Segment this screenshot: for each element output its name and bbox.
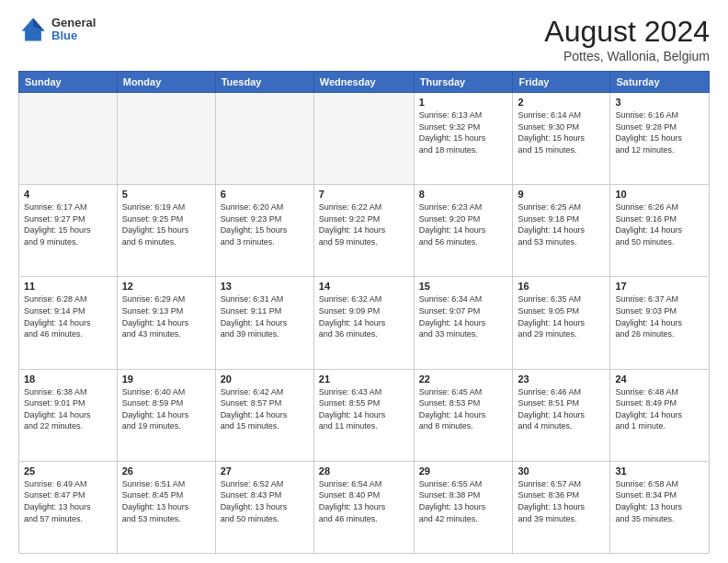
day-number: 29	[419, 465, 508, 477]
day-number: 10	[615, 189, 704, 200]
day-number: 4	[24, 189, 112, 200]
logo: General Blue	[18, 15, 96, 44]
day-number: 17	[615, 281, 704, 292]
day-number: 27	[221, 465, 309, 477]
day-number: 14	[319, 281, 409, 292]
calendar-cell: 2Sunrise: 6:14 AM Sunset: 9:30 PM Daylig…	[513, 93, 610, 185]
calendar-cell: 5Sunrise: 6:19 AM Sunset: 9:25 PM Daylig…	[117, 185, 215, 277]
day-info: Sunrise: 6:54 AM Sunset: 8:40 PM Dayligh…	[319, 478, 409, 524]
week-row-2: 4Sunrise: 6:17 AM Sunset: 9:27 PM Daylig…	[19, 185, 710, 277]
calendar-cell: 16Sunrise: 6:35 AM Sunset: 9:05 PM Dayli…	[513, 277, 610, 369]
day-info: Sunrise: 6:13 AM Sunset: 9:32 PM Dayligh…	[419, 109, 508, 155]
day-info: Sunrise: 6:37 AM Sunset: 9:03 PM Dayligh…	[615, 293, 704, 339]
day-number: 21	[319, 373, 409, 385]
weekday-header-row: SundayMondayTuesdayWednesdayThursdayFrid…	[19, 72, 710, 93]
calendar-cell: 11Sunrise: 6:28 AM Sunset: 9:14 PM Dayli…	[19, 277, 118, 369]
day-number: 3	[615, 97, 704, 108]
calendar-cell: 29Sunrise: 6:55 AM Sunset: 8:38 PM Dayli…	[414, 461, 513, 553]
day-info: Sunrise: 6:43 AM Sunset: 8:55 PM Dayligh…	[319, 386, 409, 432]
day-info: Sunrise: 6:35 AM Sunset: 9:05 PM Dayligh…	[518, 293, 605, 339]
calendar-page: General Blue August 2024 Pottes, Walloni…	[0, 0, 728, 563]
day-number: 20	[221, 373, 309, 385]
calendar-cell: 7Sunrise: 6:22 AM Sunset: 9:22 PM Daylig…	[313, 185, 414, 277]
day-info: Sunrise: 6:52 AM Sunset: 8:43 PM Dayligh…	[221, 478, 309, 524]
calendar-cell: 6Sunrise: 6:20 AM Sunset: 9:23 PM Daylig…	[215, 185, 313, 277]
calendar-cell: 20Sunrise: 6:42 AM Sunset: 8:57 PM Dayli…	[215, 369, 313, 461]
day-info: Sunrise: 6:25 AM Sunset: 9:18 PM Dayligh…	[518, 201, 605, 247]
calendar-cell: 27Sunrise: 6:52 AM Sunset: 8:43 PM Dayli…	[215, 461, 313, 553]
calendar-cell	[215, 93, 313, 185]
day-info: Sunrise: 6:45 AM Sunset: 8:53 PM Dayligh…	[419, 386, 508, 432]
logo-text: General Blue	[51, 17, 96, 43]
day-info: Sunrise: 6:19 AM Sunset: 9:25 PM Dayligh…	[122, 201, 210, 247]
calendar-cell: 9Sunrise: 6:25 AM Sunset: 9:18 PM Daylig…	[513, 185, 610, 277]
day-info: Sunrise: 6:17 AM Sunset: 9:27 PM Dayligh…	[24, 201, 112, 247]
calendar-cell: 19Sunrise: 6:40 AM Sunset: 8:59 PM Dayli…	[117, 369, 215, 461]
week-row-3: 11Sunrise: 6:28 AM Sunset: 9:14 PM Dayli…	[19, 277, 710, 369]
day-number: 5	[122, 189, 210, 200]
day-info: Sunrise: 6:42 AM Sunset: 8:57 PM Dayligh…	[221, 386, 309, 432]
day-info: Sunrise: 6:40 AM Sunset: 8:59 PM Dayligh…	[122, 386, 210, 432]
day-info: Sunrise: 6:58 AM Sunset: 8:34 PM Dayligh…	[615, 478, 704, 524]
day-number: 1	[419, 97, 508, 108]
calendar-cell: 14Sunrise: 6:32 AM Sunset: 9:09 PM Dayli…	[313, 277, 414, 369]
logo-general-text: General	[51, 17, 96, 29]
day-info: Sunrise: 6:16 AM Sunset: 9:28 PM Dayligh…	[615, 109, 704, 155]
logo-blue-text: Blue	[51, 29, 96, 42]
calendar-cell: 28Sunrise: 6:54 AM Sunset: 8:40 PM Dayli…	[313, 461, 414, 553]
weekday-header-monday: Monday	[117, 72, 215, 93]
day-info: Sunrise: 6:51 AM Sunset: 8:45 PM Dayligh…	[122, 478, 210, 524]
day-info: Sunrise: 6:31 AM Sunset: 9:11 PM Dayligh…	[221, 293, 309, 339]
calendar-table: SundayMondayTuesdayWednesdayThursdayFrid…	[18, 71, 710, 554]
calendar-cell: 1Sunrise: 6:13 AM Sunset: 9:32 PM Daylig…	[414, 93, 513, 185]
day-info: Sunrise: 6:34 AM Sunset: 9:07 PM Dayligh…	[419, 293, 508, 339]
logo-icon	[18, 15, 48, 44]
weekday-header-tuesday: Tuesday	[215, 72, 313, 93]
day-number: 9	[518, 189, 605, 200]
calendar-cell: 24Sunrise: 6:48 AM Sunset: 8:49 PM Dayli…	[610, 369, 710, 461]
day-number: 23	[518, 373, 605, 385]
calendar-cell	[313, 93, 414, 185]
weekday-header-friday: Friday	[513, 72, 610, 93]
day-info: Sunrise: 6:38 AM Sunset: 9:01 PM Dayligh…	[24, 386, 112, 432]
calendar-cell: 15Sunrise: 6:34 AM Sunset: 9:07 PM Dayli…	[414, 277, 513, 369]
day-info: Sunrise: 6:49 AM Sunset: 8:47 PM Dayligh…	[24, 478, 112, 524]
day-info: Sunrise: 6:26 AM Sunset: 9:16 PM Dayligh…	[615, 201, 704, 247]
calendar-header: SundayMondayTuesdayWednesdayThursdayFrid…	[19, 72, 710, 93]
calendar-cell: 3Sunrise: 6:16 AM Sunset: 9:28 PM Daylig…	[610, 93, 710, 185]
day-info: Sunrise: 6:57 AM Sunset: 8:36 PM Dayligh…	[518, 478, 605, 524]
month-title: August 2024	[544, 15, 710, 49]
calendar-cell: 4Sunrise: 6:17 AM Sunset: 9:27 PM Daylig…	[19, 185, 118, 277]
day-number: 2	[518, 97, 605, 108]
day-number: 25	[24, 465, 112, 477]
day-number: 13	[221, 281, 309, 292]
weekday-header-wednesday: Wednesday	[313, 72, 414, 93]
day-info: Sunrise: 6:28 AM Sunset: 9:14 PM Dayligh…	[24, 293, 112, 339]
day-number: 8	[419, 189, 508, 200]
day-info: Sunrise: 6:55 AM Sunset: 8:38 PM Dayligh…	[419, 478, 508, 524]
day-info: Sunrise: 6:20 AM Sunset: 9:23 PM Dayligh…	[221, 201, 309, 247]
weekday-header-saturday: Saturday	[610, 72, 710, 93]
calendar-cell: 31Sunrise: 6:58 AM Sunset: 8:34 PM Dayli…	[610, 461, 710, 553]
week-row-4: 18Sunrise: 6:38 AM Sunset: 9:01 PM Dayli…	[19, 369, 710, 461]
calendar-cell: 25Sunrise: 6:49 AM Sunset: 8:47 PM Dayli…	[19, 461, 118, 553]
header: General Blue August 2024 Pottes, Walloni…	[18, 15, 710, 63]
day-info: Sunrise: 6:46 AM Sunset: 8:51 PM Dayligh…	[518, 386, 605, 432]
calendar-cell: 17Sunrise: 6:37 AM Sunset: 9:03 PM Dayli…	[610, 277, 710, 369]
day-number: 6	[221, 189, 309, 200]
day-number: 11	[24, 281, 112, 292]
day-number: 26	[122, 465, 210, 477]
title-block: August 2024 Pottes, Wallonia, Belgium	[544, 15, 710, 63]
day-number: 18	[24, 373, 112, 385]
week-row-5: 25Sunrise: 6:49 AM Sunset: 8:47 PM Dayli…	[19, 461, 710, 553]
day-number: 16	[518, 281, 605, 292]
calendar-cell: 30Sunrise: 6:57 AM Sunset: 8:36 PM Dayli…	[513, 461, 610, 553]
day-number: 31	[615, 465, 704, 477]
calendar-cell: 10Sunrise: 6:26 AM Sunset: 9:16 PM Dayli…	[610, 185, 710, 277]
day-info: Sunrise: 6:23 AM Sunset: 9:20 PM Dayligh…	[419, 201, 508, 247]
calendar-cell: 23Sunrise: 6:46 AM Sunset: 8:51 PM Dayli…	[513, 369, 610, 461]
day-info: Sunrise: 6:32 AM Sunset: 9:09 PM Dayligh…	[319, 293, 409, 339]
day-number: 7	[319, 189, 409, 200]
calendar-cell: 21Sunrise: 6:43 AM Sunset: 8:55 PM Dayli…	[313, 369, 414, 461]
calendar-cell: 8Sunrise: 6:23 AM Sunset: 9:20 PM Daylig…	[414, 185, 513, 277]
